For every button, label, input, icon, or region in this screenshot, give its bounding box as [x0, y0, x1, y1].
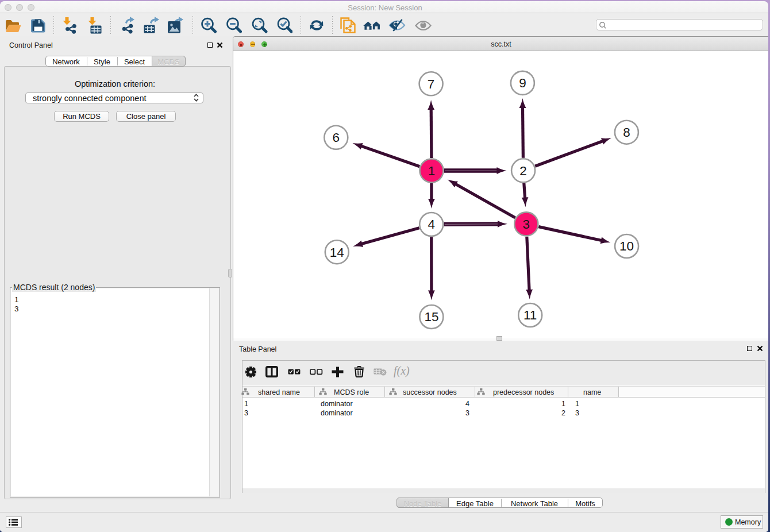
svg-text:8: 8 — [623, 125, 630, 140]
svg-text:6: 6 — [332, 130, 340, 145]
svg-text:4: 4 — [428, 217, 435, 232]
svg-text:14: 14 — [329, 245, 344, 260]
svg-text:3: 3 — [522, 217, 530, 232]
svg-text:2: 2 — [519, 164, 527, 178]
svg-text:11: 11 — [523, 308, 537, 322]
svg-text:1: 1 — [428, 164, 435, 178]
svg-text:15: 15 — [424, 310, 438, 324]
svg-text:7: 7 — [427, 77, 434, 91]
svg-text:9: 9 — [519, 76, 526, 90]
svg-text:10: 10 — [619, 239, 634, 253]
